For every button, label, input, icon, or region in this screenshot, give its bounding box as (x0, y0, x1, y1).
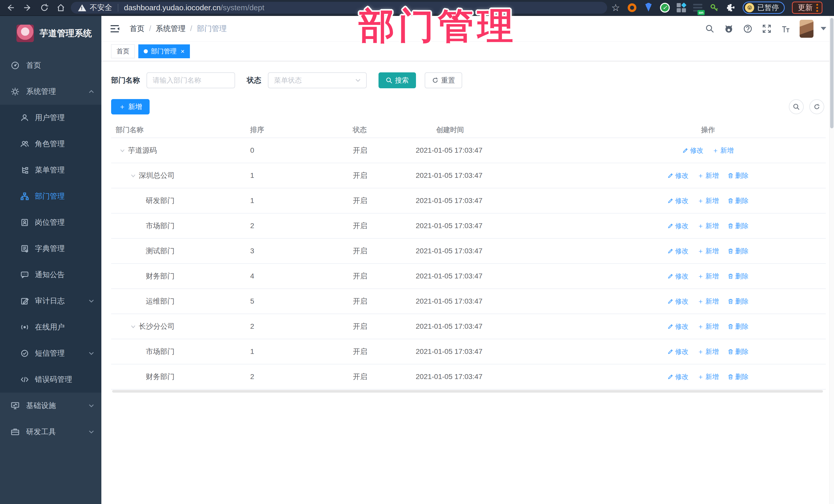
sidebar-item-roles[interactable]: 角色管理 (0, 131, 101, 157)
sidebar-item-posts[interactable]: 岗位管理 (0, 210, 101, 236)
add-child-link[interactable]: ＋新增 (697, 171, 719, 180)
breadcrumb-home[interactable]: 首页 (130, 24, 145, 34)
col-header-ops: 操作 (590, 125, 826, 134)
col-header-name: 部门名称 (111, 125, 245, 134)
delete-link[interactable]: 删除 (727, 297, 749, 306)
browser-menu-kebab-icon[interactable] (816, 4, 818, 12)
sidebar-item-devtools[interactable]: 研发工具 (0, 419, 101, 445)
delete-link[interactable]: 删除 (727, 322, 749, 331)
sidebar-item-error-codes[interactable]: 错误码管理 (0, 367, 101, 393)
collapse-arrow-icon[interactable] (130, 172, 136, 179)
tab-dept-management[interactable]: 部门管理 × (138, 44, 190, 58)
sidebar-item-departments[interactable]: 部门管理 (0, 183, 101, 210)
browser-profile-chip[interactable]: 😜 已暂停 (743, 2, 785, 14)
add-child-link[interactable]: ＋新增 (697, 196, 719, 205)
delete-link[interactable]: 删除 (727, 247, 749, 256)
sidebar-item-infra[interactable]: 基础设施 (0, 393, 101, 419)
delete-link[interactable]: 删除 (727, 221, 749, 231)
collapse-arrow-icon[interactable] (119, 147, 126, 153)
page-scrollbar[interactable] (829, 16, 834, 504)
edit-link[interactable]: 修改 (667, 272, 688, 281)
users-icon (21, 140, 29, 148)
extension-check-icon[interactable]: ✓ (659, 2, 670, 13)
sidebar-item-online-users[interactable]: 在线用户 (0, 314, 101, 340)
extension-tampermonkey-icon[interactable]: on (692, 2, 703, 13)
table-scrollbar-track[interactable] (112, 390, 823, 393)
add-child-link[interactable]: ＋新增 (697, 297, 719, 306)
hide-search-button[interactable] (789, 99, 804, 114)
browser-home-icon[interactable] (56, 2, 66, 13)
collapse-arrow-icon[interactable] (130, 323, 136, 329)
extension-pin-icon[interactable] (643, 2, 654, 13)
sidebar: 芋道管理系统 首页 系统管理 用户管理 (0, 16, 101, 504)
search-icon[interactable] (705, 24, 715, 34)
edit-link[interactable]: 修改 (667, 297, 688, 306)
sidebar-item-sms[interactable]: 短信管理 (0, 340, 101, 367)
font-size-icon[interactable] (781, 24, 791, 34)
extension-key-icon[interactable] (709, 2, 720, 13)
edit-link[interactable]: 修改 (667, 196, 688, 205)
page-scrollbar-thumb[interactable] (830, 18, 833, 128)
sidebar-item-notice[interactable]: 通知公告 (0, 262, 101, 288)
address-bar[interactable]: 不安全 dashboard.yudao.iocoder.cn/system/de… (71, 2, 607, 14)
reset-button[interactable]: 重置 (425, 72, 462, 88)
extension-gear-icon[interactable] (627, 2, 637, 13)
add-child-link[interactable]: ＋新增 (697, 322, 719, 331)
sidebar-item-dict[interactable]: 字典管理 (0, 236, 101, 262)
add-child-link[interactable]: ＋新增 (697, 372, 719, 381)
app-logo-row[interactable]: 芋道管理系统 (0, 16, 101, 50)
browser-update-button[interactable]: 更新 (792, 2, 822, 14)
edit-link[interactable]: 修改 (667, 171, 688, 180)
edit-link[interactable]: 修改 (682, 146, 703, 155)
add-child-link[interactable]: ＋新增 (697, 221, 719, 231)
delete-link[interactable]: 删除 (727, 196, 749, 205)
add-child-link[interactable]: ＋新增 (697, 272, 719, 281)
sidebar-item-users[interactable]: 用户管理 (0, 105, 101, 131)
delete-link[interactable]: 删除 (727, 171, 749, 180)
github-icon[interactable] (724, 24, 734, 34)
sidebar-collapse-icon[interactable] (109, 23, 120, 35)
edit-link[interactable]: 修改 (667, 247, 688, 256)
tab-home[interactable]: 首页 (111, 44, 135, 58)
delete-link[interactable]: 删除 (727, 372, 749, 381)
browser-forward-icon[interactable] (22, 2, 33, 13)
dept-sort: 5 (245, 297, 348, 305)
dept-name: 财务部门 (146, 372, 175, 381)
sidebar-item-menus[interactable]: 菜单管理 (0, 157, 101, 183)
dept-sort: 0 (245, 146, 348, 154)
address-divider (118, 4, 118, 12)
extension-grid-icon[interactable] (676, 2, 687, 13)
not-secure-warning-icon[interactable] (78, 4, 86, 11)
header-actions (705, 20, 826, 38)
edit-link[interactable]: 修改 (667, 322, 688, 331)
browser-back-icon[interactable] (5, 2, 16, 13)
edit-link[interactable]: 修改 (667, 347, 688, 356)
sidebar-item-label: 部门管理 (35, 191, 65, 201)
browser-reload-icon[interactable] (39, 2, 50, 13)
avatar-caret-down-icon[interactable] (821, 27, 826, 30)
refresh-button[interactable] (809, 99, 824, 114)
bookmark-star-icon[interactable]: ☆ (611, 3, 620, 13)
search-button[interactable]: 搜索 (378, 72, 416, 88)
edit-link[interactable]: 修改 (667, 221, 688, 231)
book-icon (21, 245, 29, 253)
add-button[interactable]: ＋ 新增 (111, 99, 150, 114)
add-child-link[interactable]: ＋新增 (697, 247, 719, 256)
dept-name-input[interactable] (147, 72, 235, 88)
breadcrumb-system[interactable]: 系统管理 (156, 24, 185, 34)
sidebar-item-audit-log[interactable]: 审计日志 (0, 288, 101, 314)
extensions-puzzle-icon[interactable] (725, 2, 736, 13)
status-select[interactable]: 菜单状态 (268, 72, 367, 88)
add-child-link[interactable]: ＋新增 (697, 347, 719, 356)
user-avatar[interactable] (799, 20, 813, 38)
close-tab-icon[interactable]: × (181, 48, 184, 54)
delete-link[interactable]: 删除 (727, 272, 749, 281)
edit-link[interactable]: 修改 (667, 372, 688, 381)
dept-sort: 2 (245, 222, 348, 230)
delete-link[interactable]: 删除 (727, 347, 749, 356)
help-icon[interactable] (743, 24, 753, 34)
fullscreen-icon[interactable] (762, 24, 772, 34)
sidebar-item-home[interactable]: 首页 (0, 52, 101, 79)
add-child-link[interactable]: ＋新增 (712, 146, 734, 155)
sidebar-item-system[interactable]: 系统管理 (0, 79, 101, 105)
